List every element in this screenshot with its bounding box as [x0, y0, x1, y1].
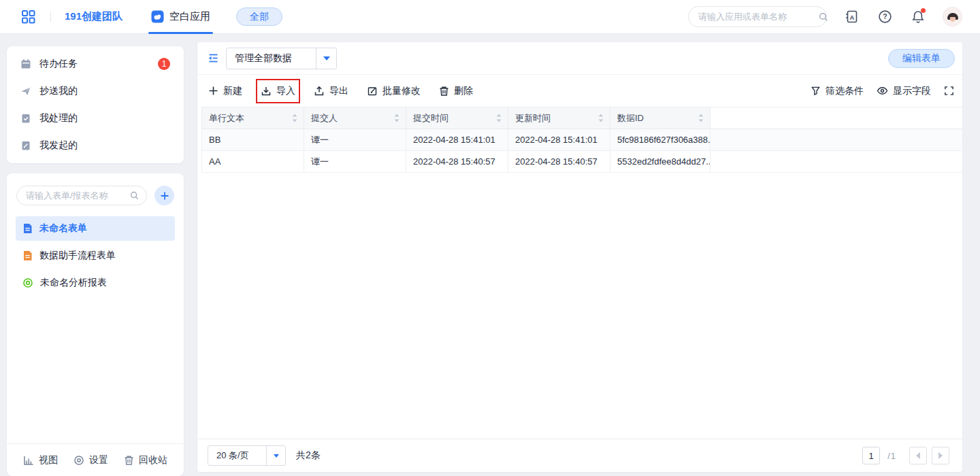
next-page-button[interactable] — [932, 447, 949, 464]
settings-label: 设置 — [89, 454, 108, 466]
sidebar-item-todo-tasks[interactable]: 待办任务 1 — [7, 50, 184, 78]
views-label: 视图 — [39, 454, 58, 466]
add-form-button[interactable] — [154, 186, 174, 205]
sidebar-item-handled-by-me[interactable]: 我处理的 — [7, 105, 184, 132]
total-count: 共2条 — [296, 449, 321, 462]
contacts-icon[interactable]: A — [843, 8, 860, 26]
column-header-data-id[interactable]: 数据ID — [610, 107, 710, 129]
sort-icon[interactable] — [698, 114, 704, 122]
report-target-icon — [22, 277, 33, 288]
form-item-data-assistant-flow[interactable]: 数据助手流程表单 — [16, 243, 175, 268]
chevron-down-icon — [274, 454, 279, 458]
import-button[interactable]: 导入 — [261, 85, 295, 97]
data-table: 单行文本 提交人 提交时间 更新时间 — [201, 107, 962, 173]
pager: 1 /1 — [862, 447, 949, 464]
trash-icon — [124, 455, 134, 466]
page-size-select[interactable]: 20 条/页 — [208, 445, 286, 466]
cell-data-id: 5fc98186f627f306a388... — [610, 129, 710, 150]
current-page-box[interactable]: 1 — [862, 447, 880, 464]
cell-single-line-text: AA — [201, 151, 304, 172]
form-list: 未命名表单 数据助手流程表单 — [7, 216, 184, 295]
team-name[interactable]: 191创建团队 — [65, 10, 122, 23]
export-button[interactable]: 导出 — [314, 85, 348, 97]
import-icon — [261, 86, 272, 97]
table-row[interactable]: BB 谭一 2022-04-28 15:41:01 2022-04-28 15:… — [201, 129, 962, 151]
sidebar-item-started-by-me[interactable]: 我发起的 — [7, 132, 184, 159]
select-caret-box[interactable] — [316, 48, 336, 69]
recycle-bin-label: 回收站 — [139, 454, 167, 466]
form-search-box[interactable] — [16, 186, 147, 205]
data-view-select[interactable]: 管理全部数据 — [226, 48, 337, 69]
form-doc-icon-blue — [22, 223, 33, 234]
new-record-button[interactable]: 新建 — [208, 85, 242, 97]
import-label: 导入 — [276, 85, 295, 97]
form-item-unnamed-form[interactable]: 未命名表单 — [16, 216, 175, 241]
filter-button[interactable]: 筛选条件 — [811, 85, 864, 97]
settings-button[interactable]: 设置 — [74, 454, 108, 466]
sidebar-item-label: 待办任务 — [39, 58, 78, 70]
column-header-single-line-text[interactable]: 单行文本 — [201, 107, 304, 129]
cell-submit-time: 2022-04-28 15:40:57 — [406, 151, 508, 172]
collapse-sidebar-icon[interactable] — [203, 48, 223, 69]
tab-app-active[interactable]: 空白应用 — [148, 0, 213, 34]
column-header-update-time[interactable]: 更新时间 — [508, 107, 610, 129]
form-search-row — [7, 186, 184, 205]
delete-label: 删除 — [454, 85, 473, 97]
header-right-group: A ? — [688, 6, 962, 27]
edit-form-button[interactable]: 编辑表单 — [888, 49, 955, 68]
select-caret-box[interactable] — [266, 446, 285, 465]
form-search-input[interactable] — [26, 190, 129, 201]
delete-button[interactable]: 删除 — [439, 85, 473, 97]
fullscreen-icon[interactable] — [944, 86, 954, 96]
main-panel: 管理全部数据 编辑表单 新建 导入 导出 — [197, 42, 962, 472]
notification-bell-icon[interactable] — [909, 8, 927, 26]
table-row[interactable]: AA 谭一 2022-04-28 15:40:57 2022-04-28 15:… — [201, 151, 962, 173]
sidebar-item-label: 我发起的 — [39, 139, 78, 152]
sort-icon[interactable] — [496, 114, 502, 122]
task-menu-card: 待办任务 1 抄送我的 我处理的 — [7, 46, 184, 163]
sort-icon[interactable] — [394, 114, 399, 122]
form-item-unnamed-report[interactable]: 未命名分析报表 — [16, 271, 175, 295]
column-header-submitter[interactable]: 提交人 — [304, 107, 406, 129]
form-item-label: 未命名分析报表 — [40, 277, 107, 289]
form-doc-icon-orange — [22, 250, 33, 261]
pagination-bar: 20 条/页 共2条 1 /1 — [197, 439, 962, 472]
gear-icon — [74, 455, 84, 466]
export-icon — [314, 86, 325, 97]
sidebar-item-label: 我处理的 — [39, 112, 78, 124]
row-filler — [710, 129, 962, 150]
recycle-bin-button[interactable]: 回收站 — [124, 454, 167, 466]
contacts-glyph: A — [849, 14, 854, 21]
cell-update-time: 2022-04-28 15:40:57 — [508, 151, 610, 172]
scope-pill-all[interactable]: 全部 — [236, 7, 282, 26]
table-header-row: 单行文本 提交人 提交时间 更新时间 — [201, 107, 962, 129]
new-record-label: 新建 — [223, 85, 242, 97]
sort-icon[interactable] — [292, 114, 297, 122]
sidebar-item-cc-to-me[interactable]: 抄送我的 — [7, 78, 184, 105]
help-icon[interactable]: ? — [876, 8, 894, 26]
cell-update-time: 2022-04-28 15:41:01 — [508, 129, 610, 150]
display-fields-button[interactable]: 显示字段 — [877, 85, 931, 97]
column-header-submit-time[interactable]: 提交时间 — [406, 107, 508, 129]
app-tab-label: 空白应用 — [169, 10, 210, 23]
form-list-card: 未命名表单 数据助手流程表单 — [7, 173, 184, 476]
sort-icon[interactable] — [598, 114, 604, 122]
funnel-icon — [811, 86, 821, 96]
header-divider — [50, 12, 51, 22]
global-search-input[interactable] — [698, 12, 818, 22]
batch-edit-button[interactable]: 批量修改 — [367, 85, 421, 97]
help-glyph: ? — [883, 12, 887, 20]
bell-red-dot — [921, 8, 926, 13]
avatar[interactable] — [943, 7, 962, 27]
cell-submitter: 谭一 — [304, 151, 406, 172]
todo-count-badge: 1 — [158, 58, 170, 70]
views-button[interactable]: 视图 — [23, 454, 58, 466]
apps-grid-icon[interactable] — [19, 8, 37, 26]
filter-label: 筛选条件 — [826, 85, 864, 97]
cell-single-line-text: BB — [201, 129, 304, 150]
global-search[interactable] — [688, 6, 827, 27]
prev-page-button[interactable] — [909, 447, 927, 464]
toolbar: 新建 导入 导出 批量修改 — [197, 75, 962, 107]
search-icon — [818, 12, 829, 22]
trash-icon — [439, 86, 449, 97]
